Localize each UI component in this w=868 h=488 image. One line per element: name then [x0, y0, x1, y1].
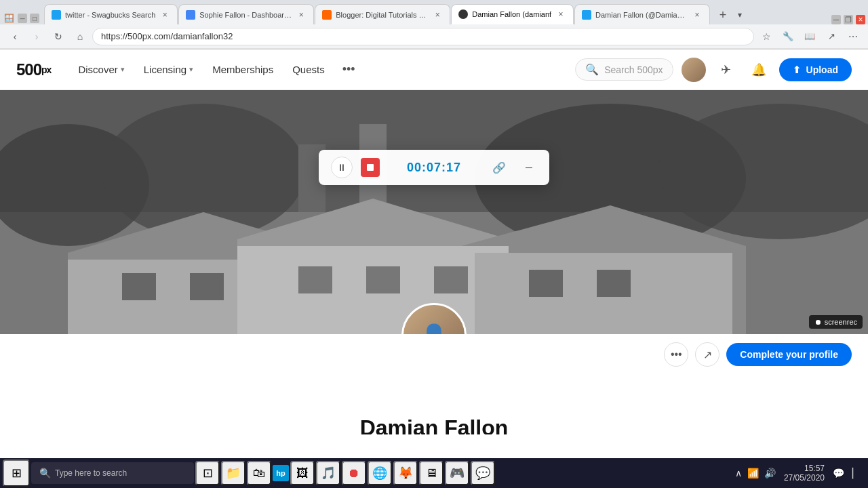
browser-chrome: 🪟 ─ □ twitter - Swagbucks Search × Sophi… — [0, 0, 868, 49]
browser-taskbar-button[interactable]: 🌐 — [368, 461, 392, 485]
task-view-button[interactable]: ⊡ — [195, 461, 220, 485]
screenrec-label: screenrec — [825, 318, 857, 326]
tab-close-4[interactable]: × — [555, 9, 566, 20]
user-avatar[interactable] — [682, 58, 706, 82]
browser-tab-5[interactable]: Damian Fallon (@DamianFa × — [574, 4, 710, 24]
taskbar-apps: ⊡ 📁 🛍 hp 🖼 🎵 ⏺ 🌐 🦊 🖥 🎮 💬 — [195, 461, 495, 485]
monitor-button[interactable]: 🖥 — [419, 461, 443, 485]
nav-more-button[interactable]: ••• — [336, 57, 362, 82]
hero-background — [0, 90, 868, 334]
site-logo[interactable]: 500px — [16, 60, 51, 79]
logo-text: 500 — [16, 60, 41, 79]
games-button[interactable]: 🎮 — [445, 461, 469, 485]
monitor-icon: 🖥 — [425, 466, 437, 481]
reload-button[interactable]: ↻ — [49, 27, 68, 46]
notification-center-icon[interactable]: 💬 — [833, 468, 844, 479]
svg-rect-16 — [298, 266, 332, 293]
svg-rect-15 — [190, 273, 224, 300]
screenrec-taskbar-button[interactable]: ⏺ — [342, 461, 366, 485]
firefox-button[interactable]: 🦊 — [393, 461, 418, 485]
copy-link-button[interactable]: 🔗 — [488, 157, 510, 178]
pause-recording-button[interactable]: ⏸ — [331, 157, 353, 178]
taskbar-clock[interactable]: 15:57 27/05/2020 — [784, 464, 825, 483]
browser-tab-2[interactable]: Sophie Fallon - Dashboard - × — [178, 4, 314, 24]
tab-label-2: Sophie Fallon - Dashboard - — [199, 11, 292, 19]
logo-px: px — [41, 64, 51, 75]
minimize-window-button[interactable]: ─ — [18, 14, 27, 23]
nav-memberships[interactable]: Memberships — [204, 58, 281, 81]
tab-favicon-4 — [458, 9, 468, 19]
hp-app-button[interactable]: hp — [273, 465, 289, 481]
messages-button[interactable]: ✈ — [714, 58, 738, 82]
record-icon: ⏺ — [348, 466, 360, 481]
settings-button[interactable]: ⋯ — [844, 27, 863, 46]
search-placeholder: Search 500px — [604, 64, 663, 75]
complete-profile-button[interactable]: Complete your profile — [726, 343, 852, 366]
recording-widget: ⏸ 00:07:17 🔗 ─ — [319, 150, 549, 185]
network-icon[interactable]: 📶 — [747, 468, 759, 479]
nav-memberships-label: Memberships — [212, 64, 273, 75]
search-box[interactable]: 🔍 Search 500px — [575, 58, 673, 81]
link-icon: 🔗 — [492, 161, 506, 174]
photos-button[interactable]: 🖼 — [290, 461, 315, 485]
hero-svg — [0, 90, 868, 334]
tab-favicon-5 — [582, 10, 591, 20]
music-button[interactable]: 🎵 — [316, 461, 340, 485]
taskbar-search[interactable]: 🔍 Type here to search — [31, 462, 194, 484]
tab-favicon-3 — [322, 10, 332, 20]
tray-expand-icon[interactable]: ∧ — [735, 468, 742, 479]
tab-favicon-2 — [186, 10, 195, 20]
browser-tab-4[interactable]: Damian Fallon (damianf × — [451, 4, 574, 24]
tab-close-3[interactable]: × — [432, 9, 443, 20]
svg-rect-17 — [366, 266, 400, 293]
store-button[interactable]: 🛍 — [247, 461, 271, 485]
nav-quests[interactable]: Quests — [284, 58, 333, 81]
forward-button[interactable]: › — [27, 27, 46, 46]
share-page-button[interactable]: ↗ — [822, 27, 841, 46]
start-button[interactable]: ⊞ — [3, 460, 30, 487]
chat-button[interactable]: 💬 — [471, 461, 495, 485]
tab-close-1[interactable]: × — [159, 9, 170, 20]
profile-actions: ••• ↗ Complete your profile — [0, 334, 868, 375]
tab-label-1: twitter - Swagbucks Search — [65, 11, 155, 19]
extensions-button[interactable]: 🔧 — [778, 27, 797, 46]
minimize-widget-button[interactable]: ─ — [521, 159, 537, 176]
home-button[interactable]: ⌂ — [71, 27, 90, 46]
show-desktop-icon[interactable]: ▏ — [852, 468, 860, 479]
browser-tab-3[interactable]: Blogger: Digital Tutorials - C × — [315, 4, 450, 24]
profile-share-button[interactable]: ↗ — [695, 342, 719, 367]
tab-list-chevron[interactable]: ▾ — [733, 5, 747, 24]
screenrec-badge: ⏺ screenrec — [809, 315, 863, 329]
back-button[interactable]: ‹ — [5, 27, 24, 46]
volume-icon[interactable]: 🔊 — [764, 468, 776, 479]
new-tab-button[interactable]: + — [713, 5, 732, 24]
tab-close-2[interactable]: × — [296, 9, 307, 20]
stop-recording-button[interactable] — [361, 158, 380, 177]
nav-licensing[interactable]: Licensing ▾ — [136, 58, 201, 81]
restore-button[interactable]: ❐ — [844, 15, 853, 24]
tab-close-5[interactable]: × — [692, 9, 703, 20]
profile-more-button[interactable]: ••• — [664, 342, 688, 367]
reader-mode-button[interactable]: 📖 — [800, 27, 819, 46]
taskbar-date-display: 27/05/2020 — [784, 473, 825, 483]
taskbar-right: ∧ 📶 🔊 15:57 27/05/2020 💬 ▏ — [735, 464, 865, 483]
maximize-window-button[interactable]: □ — [30, 14, 39, 23]
browser-icon: 🌐 — [372, 466, 387, 481]
profile-avatar[interactable]: 👤 PRO — [401, 303, 467, 334]
file-explorer-button[interactable]: 📁 — [221, 461, 245, 485]
nav-discover[interactable]: Discover ▾ — [70, 58, 132, 81]
minimize-icon: ─ — [526, 162, 532, 173]
bookmark-button[interactable]: ☆ — [757, 27, 776, 46]
close-window-button[interactable]: × — [856, 15, 865, 24]
address-input[interactable] — [92, 28, 754, 45]
upload-button[interactable]: ⬆ Upload — [779, 58, 852, 81]
browser-tab-1[interactable]: twitter - Swagbucks Search × — [44, 4, 178, 24]
minimize-button[interactable]: ─ — [831, 15, 841, 24]
taskbar-search-icon: 🔍 — [39, 468, 51, 479]
firefox-icon: 🦊 — [398, 466, 413, 481]
nav-quests-label: Quests — [292, 64, 325, 75]
chat-icon: 💬 — [475, 466, 490, 481]
photos-icon: 🖼 — [296, 466, 309, 481]
notifications-button[interactable]: 🔔 — [747, 58, 771, 82]
upload-icon: ⬆ — [793, 64, 801, 75]
